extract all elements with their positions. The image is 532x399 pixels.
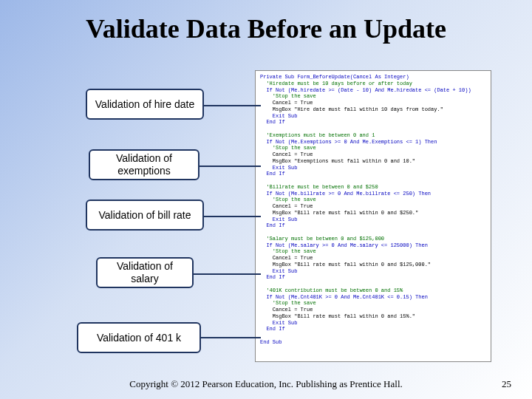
validation-box: Validation of salary (96, 257, 194, 288)
code-line: Cancel = True (260, 100, 313, 106)
code-line: Private Sub Form_BeforeUpdate(Cancel As … (260, 74, 409, 80)
code-line: If Not (Me.salary >= 0 And Me.salary <= … (260, 242, 428, 248)
code-line: MsgBox "Bill rate must fall within 0 and… (260, 313, 415, 319)
code-line: If Not (Me.Exemptions >= 0 And Me.Exempt… (260, 139, 437, 145)
slide-content: Private Sub Form_BeforeUpdate(Cancel As … (0, 66, 532, 362)
code-panel: Private Sub Form_BeforeUpdate(Cancel As … (255, 70, 491, 362)
code-line: Cancel = True (260, 203, 313, 209)
code-line: Exit Sub (260, 216, 297, 222)
connector-line (201, 337, 261, 338)
code-line: End If (260, 326, 285, 332)
code-line: If Not (Me.billrate >= 0 And Me.billrate… (260, 191, 431, 197)
slide-title: Validate Data Before an Update (0, 0, 532, 44)
code-line: MsgBox "Exemptions must fall within 0 an… (260, 158, 415, 164)
code-line: 'Stop the save (260, 300, 316, 306)
code-line: MsgBox "Bill rate must fall within 0 and… (260, 262, 431, 267)
validation-box: Validation of exemptions (89, 149, 200, 180)
connector-line (204, 216, 261, 217)
code-line: If Not (Me.Cnt401K >= 0 And Me.Cnt401K <… (260, 294, 428, 300)
code-line: End If (260, 171, 285, 177)
code-line: 'Exemptions must be between 0 and 1 (260, 132, 375, 138)
code-line: Exit Sub (260, 113, 297, 119)
code-line: 'Stop the save (260, 145, 316, 151)
connector-line (200, 166, 261, 167)
code-line: 'Stop the save (260, 248, 316, 254)
code-line: Exit Sub (260, 268, 297, 274)
code-line: If Not (Me.hiredate >= (Date - 10) And M… (260, 87, 471, 93)
connector-line (194, 273, 261, 275)
code-line: Cancel = True (260, 151, 313, 157)
code-line: Exit Sub (260, 165, 297, 171)
code-line: '401K contribution must be between 0 and… (260, 287, 403, 293)
code-line: End Sub (260, 339, 282, 345)
code-line: Cancel = True (260, 255, 313, 261)
validation-box: Validation of hire date (86, 89, 204, 120)
code-line: MsgBox "Hire date must fall within 10 da… (260, 106, 443, 112)
code-line: Exit Sub (260, 320, 297, 326)
validation-box: Validation of 401 k (77, 322, 201, 353)
code-line: 'Stop the save (260, 197, 316, 202)
connector-line (204, 105, 261, 106)
code-line: MsgBox "Bill rate must fall within 0 and… (260, 210, 418, 216)
validation-box: Validation of bill rate (86, 200, 204, 231)
page-number: 25 (502, 378, 511, 390)
code-line: End If (260, 274, 285, 280)
code-line: 'Billrate must be between 0 and $250 (260, 184, 378, 190)
copyright-footer: Copyright © 2012 Pearson Education, Inc.… (0, 378, 532, 390)
code-line: End If (260, 222, 285, 228)
code-line: 'Salary must be between 0 and $125,000 (260, 236, 384, 242)
code-line: 'Hiredate must be 10 days before or afte… (260, 81, 412, 86)
code-line: Cancel = True (260, 307, 313, 313)
code-line: End If (260, 119, 285, 125)
code-line: 'Stop the save (260, 93, 316, 99)
